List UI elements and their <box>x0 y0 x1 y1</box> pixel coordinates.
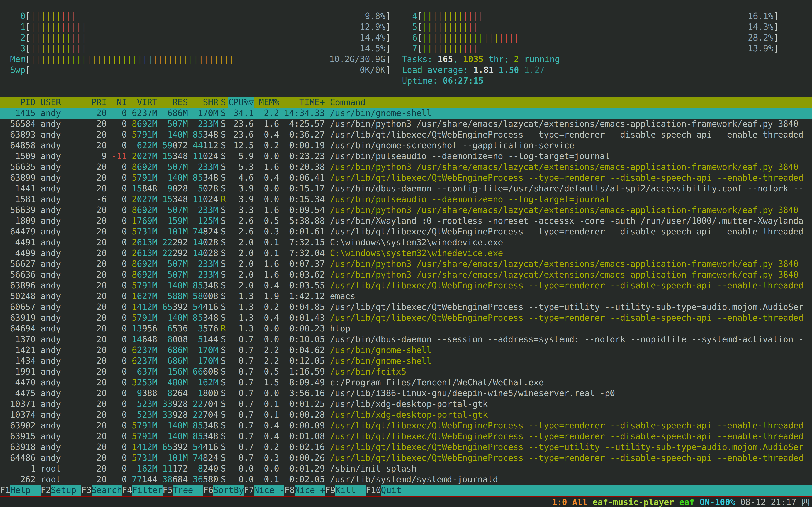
column-header-user[interactable]: USER <box>36 97 86 108</box>
column-header-res[interactable]: RES <box>157 97 188 108</box>
state-cell: R <box>218 323 229 334</box>
shr-cell: 14028 <box>188 237 218 248</box>
column-header-cmd[interactable]: Command <box>325 97 812 108</box>
load-average-line-segment: 1.81 <box>473 65 499 75</box>
shr-cell: 85348 <box>188 129 218 140</box>
process-row[interactable]: 50248andy2001627M588M58008S1.31.91:42.12… <box>0 291 812 302</box>
shr-part: 22 <box>193 410 203 419</box>
command-cell: /usr/lib/qt/libexec/QtWebEngineProcess -… <box>325 442 812 452</box>
fn-key-f9[interactable]: F9 <box>325 485 335 496</box>
virt-part: 5 <box>132 453 137 463</box>
column-header-s[interactable]: S <box>218 97 229 108</box>
state-cell: S <box>218 183 229 194</box>
fn-action-tree[interactable]: Tree <box>173 485 203 496</box>
tick-group-green: |||||||| <box>31 33 71 43</box>
fn-key-f8[interactable]: F8 <box>285 485 295 496</box>
shr-part: 024 <box>203 151 218 161</box>
process-row[interactable]: 56639andy2008692M507M233MS3.31.60:09.54/… <box>0 205 812 216</box>
process-row[interactable]: 64479andy2005731M101M74824S2.60.30:01.61… <box>0 226 812 237</box>
user-cell: andy <box>36 269 86 280</box>
fn-key-f1[interactable]: F1 <box>0 485 10 496</box>
column-header-ni[interactable]: NI <box>107 97 127 108</box>
fn-action-quit[interactable]: Quit <box>381 485 411 496</box>
process-row[interactable]: 1root200162M111728240S0.00.00:01.29/sbin… <box>0 463 812 474</box>
process-row[interactable]: 63902andy2005791M140M85348S0.70.40:00.09… <box>0 420 812 431</box>
user-cell: andy <box>36 323 86 334</box>
process-row[interactable]: 63919andy2005791M140M85348S1.30.40:01.43… <box>0 313 812 323</box>
fn-action-search[interactable]: Search <box>92 485 122 496</box>
process-row[interactable]: 64858andy200622M5907244112S12.50.20:00.1… <box>0 140 812 151</box>
virt-cell: 2027M <box>127 151 157 162</box>
process-row[interactable]: 4470andy2003253M480M162MS0.71.58:09.49c:… <box>0 377 812 388</box>
fn-key-f10[interactable]: F10 <box>366 485 381 496</box>
process-row[interactable]: 4499andy2002613M2229214028S2.00.17:32.04… <box>0 248 812 259</box>
process-row[interactable]: 63918andy2001412M6539254416S0.70.20:02.1… <box>0 442 812 452</box>
column-header-cpu[interactable]: CPU%▽ <box>229 97 254 108</box>
process-row[interactable]: 10371andy200523M3392822704S0.70.10:01.25… <box>0 399 812 409</box>
process-row[interactable]: 1434andy2006237M686M170MS0.72.20:12.05/u… <box>0 355 812 366</box>
fn-key-f7[interactable]: F7 <box>244 485 254 496</box>
process-row[interactable]: 10374andy200523M3392822704S0.70.10:00.28… <box>0 409 812 420</box>
process-row[interactable]: 60657andy2001412M6539254416S1.30.20:04.8… <box>0 302 812 313</box>
shr-part: 608 <box>203 367 218 377</box>
priority-cell: 20 <box>86 409 107 420</box>
mem-percent-cell: 0.1 <box>254 248 279 259</box>
column-header-virt[interactable]: VIRT <box>127 97 157 108</box>
state-cell: S <box>218 431 229 442</box>
fn-key-f5[interactable]: F5 <box>163 485 173 496</box>
process-row[interactable]: 1421andy2006237M686M170MS0.72.20:04.62/u… <box>0 345 812 355</box>
priority-cell: 20 <box>86 237 107 248</box>
process-row[interactable]: 1809andy2001769M159M125MS2.60.55:38.88/u… <box>0 216 812 226</box>
mem-percent-cell: 0.3 <box>254 226 279 237</box>
shr-cell: 14028 <box>188 248 218 259</box>
fn-action-nice-[interactable]: Nice + <box>295 485 325 496</box>
process-row[interactable]: 262root200771443868436580S0.00.10:02.05/… <box>0 474 812 485</box>
fn-key-f2[interactable]: F2 <box>41 485 51 496</box>
process-row[interactable]: 4491andy2002613M2229214028S2.00.17:32.15… <box>0 237 812 248</box>
process-row[interactable]: 64486andy2005731M101M74824S0.70.30:00.26… <box>0 452 812 463</box>
pid-cell: 4491 <box>0 237 36 248</box>
process-row[interactable]: 63896andy2005791M140M85348S2.00.40:03.55… <box>0 280 812 291</box>
column-header-shr[interactable]: SHR <box>188 97 218 108</box>
fn-key-f3[interactable]: F3 <box>81 485 91 496</box>
fn-key-f4[interactable]: F4 <box>122 485 132 496</box>
meter-column-left: 0[|||||||||9.8%]1[|||||||||||12.9%]2[|||… <box>10 11 391 75</box>
virt-part: 15 <box>132 183 142 193</box>
process-row[interactable]: 1370andy2001464880085144S0.70.00:10.05/u… <box>0 334 812 345</box>
fn-action-setup[interactable]: Setup <box>51 485 81 496</box>
process-row[interactable]: 63893andy2005791M140M85348S23.60.40:36.2… <box>0 129 812 140</box>
shr-part: 824 <box>203 453 218 463</box>
column-header-time[interactable]: TIME+ <box>279 97 325 108</box>
fn-action-sortby[interactable]: SortBy <box>213 485 244 496</box>
fn-action-help[interactable]: Help <box>10 485 41 496</box>
meter-close-bracket: ] <box>386 32 391 43</box>
process-row[interactable]: 56635andy2008692M507M233MS5.31.60:20.38/… <box>0 162 812 172</box>
process-row-selected[interactable]: 1415andy2006237M686M170MS34.12.214:34.33… <box>0 108 812 118</box>
table-header: PIDUSERPRINIVIRTRESSHRSCPU%▽MEM%TIME+Com… <box>0 97 812 108</box>
shr-part: 11 <box>193 194 203 204</box>
command-cell: /usr/lib/qt/libexec/QtWebEngineProcess -… <box>325 226 812 237</box>
cpu-percent-cell: 0.7 <box>229 388 254 399</box>
process-row[interactable]: 56627andy2008692M507M233MS2.01.60:07.37/… <box>0 259 812 269</box>
column-header-pid[interactable]: PID <box>0 97 36 108</box>
column-header-pri[interactable]: PRI <box>86 97 107 108</box>
fn-action-kill[interactable]: Kill <box>336 485 366 496</box>
process-row[interactable]: 1509andy9-112027M1534811024S5.90.00:23.2… <box>0 151 812 162</box>
process-row[interactable]: 1991andy200637M156M66608S0.70.51:16.59/u… <box>0 366 812 377</box>
shr-part: 348 <box>203 130 218 139</box>
process-row[interactable]: 4475andy200938882641800S0.70.03:56.16/us… <box>0 388 812 399</box>
process-row[interactable]: 63899andy2005791M140M85348S4.60.40:06.41… <box>0 172 812 183</box>
fn-action-filter[interactable]: Filter <box>132 485 163 496</box>
process-row[interactable]: 1581andy-602027M1534811024R3.90.00:15.34… <box>0 194 812 205</box>
fn-key-f6[interactable]: F6 <box>203 485 213 496</box>
priority-cell: 20 <box>86 463 107 474</box>
pid-cell: 56627 <box>0 259 36 269</box>
res-part: 392 <box>172 302 188 312</box>
process-row[interactable]: 1441andy2001584890285028S3.90.00:15.17/u… <box>0 183 812 194</box>
process-row[interactable]: 63915andy2005791M140M85348S0.70.40:01.08… <box>0 431 812 442</box>
process-row[interactable]: 56636andy2008692M507M233MS2.01.60:03.62/… <box>0 269 812 280</box>
fn-action-nice-[interactable]: Nice - <box>254 485 285 496</box>
process-row[interactable]: 64694andy2001395665363576R1.30.00:00.23h… <box>0 323 812 334</box>
column-header-mem[interactable]: MEM% <box>254 97 279 108</box>
process-row[interactable]: 56584andy2008692M507M233MS23.61.64:25.57… <box>0 118 812 129</box>
